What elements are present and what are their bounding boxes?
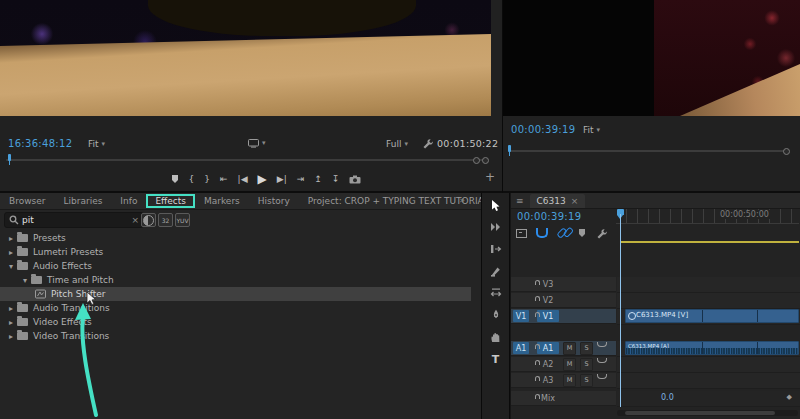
source-patch-v1[interactable]: V1: [513, 310, 529, 322]
tree-item-pitch-shifter[interactable]: Pitch Shifter: [0, 287, 471, 301]
solo-button[interactable]: S: [580, 374, 593, 387]
timeline-current-timecode[interactable]: 00:00:39:19: [517, 211, 581, 222]
tab-browser[interactable]: Browser: [0, 194, 54, 208]
track-content-mix[interactable]: [617, 391, 800, 407]
mute-button[interactable]: M: [563, 374, 576, 387]
nest-toggle-icon[interactable]: [515, 227, 528, 240]
track-name-v2[interactable]: V2: [537, 294, 559, 306]
chevron-right-icon[interactable]: ▸: [6, 234, 16, 243]
tree-item-lumetri-presets[interactable]: ▸ Lumetri Presets: [0, 245, 471, 259]
mix-level-value[interactable]: 0.0: [661, 393, 674, 402]
source-scrubber[interactable]: [0, 153, 502, 166]
add-marker-button[interactable]: [171, 174, 179, 184]
playback-resolution-dropdown[interactable]: Full ▾: [386, 139, 408, 149]
track-name-a3[interactable]: A3: [537, 374, 559, 386]
chevron-right-icon[interactable]: ▸: [6, 332, 16, 341]
search-input[interactable]: [22, 215, 128, 225]
accelerated-effects-badge-icon[interactable]: [141, 213, 156, 227]
track-name-a1[interactable]: A1: [537, 342, 559, 354]
export-frame-button[interactable]: [349, 175, 361, 184]
source-current-timecode[interactable]: 16:36:48:12: [8, 138, 72, 149]
timeline-ruler[interactable]: 00:00:50:00: [616, 209, 799, 224]
extract-button[interactable]: ↧: [332, 175, 340, 184]
go-to-in-button[interactable]: ⇤: [220, 175, 228, 184]
linked-selection-icon[interactable]: [555, 227, 568, 240]
type-tool[interactable]: T: [487, 352, 505, 366]
timeline-playhead[interactable]: [617, 209, 624, 407]
zoom-handle-icon[interactable]: [783, 148, 790, 155]
settings-wrench-icon[interactable]: [422, 138, 433, 151]
chevron-down-icon[interactable]: ▾: [20, 276, 30, 285]
scrollbar-thumb[interactable]: [625, 411, 775, 415]
yuv-effects-badge-icon[interactable]: YUV: [175, 213, 190, 227]
go-to-out-button[interactable]: ⇥: [297, 175, 305, 184]
track-content-v3[interactable]: [617, 277, 800, 293]
timeline-settings-wrench-icon[interactable]: [595, 227, 608, 240]
zoom-handle-icon[interactable]: [482, 157, 489, 164]
tree-item-video-transitions[interactable]: ▸ Video Transitions: [0, 329, 471, 343]
output-settings-dropdown[interactable]: ▾: [248, 139, 266, 148]
search-box[interactable]: ×: [4, 212, 144, 228]
sequence-tab[interactable]: C6313 ×: [530, 194, 586, 208]
program-playhead[interactable]: [506, 145, 513, 156]
step-forward-button[interactable]: ▶|: [277, 175, 287, 184]
chevron-right-icon[interactable]: ▸: [6, 318, 16, 327]
close-icon[interactable]: ×: [571, 196, 579, 206]
solo-button[interactable]: S: [580, 342, 593, 355]
track-content-v2[interactable]: [617, 293, 800, 309]
mark-out-button[interactable]: }: [204, 175, 210, 184]
keyframe-nav-icon[interactable]: ◆: [787, 393, 792, 401]
tab-libraries[interactable]: Libraries: [54, 194, 111, 208]
source-patch-a1[interactable]: A1: [513, 342, 529, 354]
chevron-right-icon[interactable]: ▸: [6, 304, 16, 313]
source-patch[interactable]: [513, 374, 529, 386]
audio-clip[interactable]: C6313.MP4 [A]: [625, 341, 799, 355]
program-scrubber[interactable]: [503, 144, 800, 157]
play-button[interactable]: ▶: [258, 173, 267, 185]
track-content-a1[interactable]: C6313.MP4 [A]: [617, 341, 800, 357]
panel-overflow-icon[interactable]: »: [459, 195, 465, 205]
ripple-edit-tool[interactable]: [487, 242, 505, 256]
selection-tool[interactable]: [487, 198, 505, 212]
chevron-down-icon[interactable]: ▾: [6, 262, 16, 271]
track-name-v1[interactable]: V1: [537, 310, 559, 322]
razor-tool[interactable]: [487, 264, 505, 278]
track-content-a3[interactable]: [617, 373, 800, 389]
source-patch[interactable]: [513, 294, 529, 306]
program-zoom-dropdown[interactable]: Fit ▾: [583, 125, 600, 135]
track-name-a2[interactable]: A2: [537, 358, 559, 370]
lift-button[interactable]: ↥: [314, 175, 322, 184]
clear-search-icon[interactable]: ×: [131, 216, 139, 225]
mute-button[interactable]: M: [563, 342, 576, 355]
mark-in-button[interactable]: {: [189, 175, 195, 184]
source-patch[interactable]: [513, 278, 529, 290]
solo-button[interactable]: S: [580, 358, 593, 371]
track-select-forward-tool[interactable]: [487, 220, 505, 234]
source-zoom-dropdown[interactable]: Fit ▾: [88, 139, 105, 149]
source-playhead[interactable]: [6, 154, 13, 165]
mute-button[interactable]: M: [563, 358, 576, 371]
tab-effects[interactable]: Effects: [146, 194, 195, 208]
scrubber-track[interactable]: [509, 150, 786, 152]
slip-tool[interactable]: [487, 286, 505, 300]
voiceover-mic-icon[interactable]: [597, 371, 603, 390]
track-name-v3[interactable]: V3: [537, 278, 559, 290]
program-current-timecode[interactable]: 00:00:39:19: [511, 124, 575, 135]
track-name-mix[interactable]: Mix: [537, 392, 559, 404]
add-marker-icon[interactable]: [575, 227, 588, 240]
chevron-right-icon[interactable]: ▸: [6, 248, 16, 257]
tree-item-video-effects[interactable]: ▸ Video Effects: [0, 315, 471, 329]
tree-item-presets[interactable]: ▸ Presets: [0, 231, 471, 245]
snap-magnet-icon[interactable]: [535, 227, 548, 240]
tab-info[interactable]: Info: [111, 194, 146, 208]
tab-markers[interactable]: Markers: [195, 194, 249, 208]
hand-tool[interactable]: [487, 330, 505, 344]
track-content-a2[interactable]: [617, 357, 800, 373]
tree-item-time-and-pitch[interactable]: ▾ Time and Pitch: [0, 273, 471, 287]
video-clip[interactable]: C6313.MP4 [V]: [625, 309, 799, 323]
source-patch[interactable]: [513, 358, 529, 370]
timeline-horizontal-scrollbar[interactable]: [617, 410, 798, 416]
step-back-button[interactable]: |◀: [238, 175, 248, 184]
source-duration-timecode[interactable]: 00:01:50:22: [437, 138, 498, 149]
track-content-v1[interactable]: C6313.MP4 [V]: [617, 309, 800, 325]
